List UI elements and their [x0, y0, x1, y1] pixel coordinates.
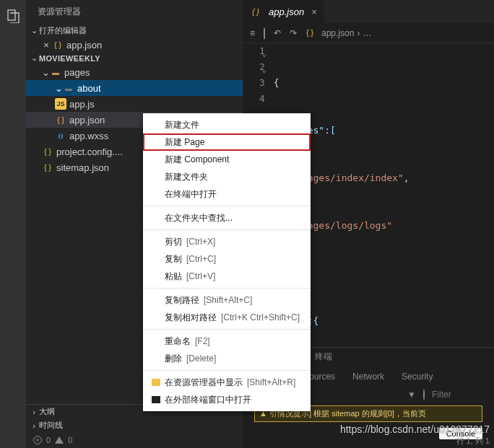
- ctx-copy[interactable]: 复制[Ctrl+C]: [143, 250, 311, 268]
- tab-network[interactable]: Network: [352, 372, 384, 382]
- watermark: https://blog.csdn.net/u012877217: [340, 423, 490, 435]
- ctx-new-component[interactable]: 新建 Component: [143, 151, 311, 168]
- chevron-down-icon: ⌄: [42, 67, 50, 78]
- wxss-icon: ⟬⟭: [55, 130, 66, 141]
- list-icon[interactable]: ≡: [250, 28, 255, 38]
- close-icon[interactable]: ×: [40, 40, 52, 50]
- folder-icon: ▬: [63, 82, 74, 94]
- sidebar-title: 资源管理器: [26, 0, 243, 24]
- close-icon[interactable]: ×: [311, 6, 317, 17]
- separator: [143, 370, 311, 371]
- chevron-right-icon: ›: [29, 421, 39, 430]
- open-editor-item[interactable]: × { } app.json: [26, 38, 243, 52]
- folder-icon: ▬: [50, 66, 61, 78]
- chevron-down-icon: ⌄: [29, 53, 39, 63]
- json-icon: { }: [42, 162, 53, 173]
- eye-icon[interactable]: [423, 390, 425, 400]
- breadcrumb: ≡ ↶ ↷ { } app.json › …: [243, 23, 494, 43]
- project-section[interactable]: ⌄ MOVIEWEEKLY: [26, 52, 243, 64]
- chevron-right-icon: ›: [357, 28, 360, 38]
- separator: [143, 288, 311, 289]
- json-icon: { }: [42, 146, 53, 157]
- filter-input[interactable]: [432, 390, 482, 400]
- activity-bar: [0, 0, 26, 448]
- ctx-paste[interactable]: 粘贴[Ctrl+V]: [143, 268, 311, 285]
- editor-tabs: { } app.json ×: [243, 0, 494, 23]
- more-icon[interactable]: …: [363, 28, 371, 38]
- bookmark-icon[interactable]: [264, 28, 265, 38]
- sidebar-status: × 0 0: [26, 432, 243, 448]
- warning-icon[interactable]: [55, 436, 64, 444]
- chevron-right-icon: ›: [29, 408, 39, 416]
- json-icon: { }: [304, 27, 316, 39]
- undo-icon[interactable]: ↶: [274, 28, 281, 38]
- file-app-js[interactable]: JS app.js: [26, 96, 243, 112]
- ctx-delete[interactable]: 删除[Delete]: [143, 350, 311, 367]
- tab-app-json[interactable]: { } app.json ×: [243, 0, 324, 23]
- folder-pages[interactable]: ⌄ ▬ pages: [26, 64, 243, 80]
- redo-icon[interactable]: ↷: [290, 28, 297, 38]
- ctx-reveal[interactable]: 在资源管理器中显示[Shift+Alt+R]: [143, 374, 311, 391]
- ctx-ext-terminal[interactable]: 在外部终端窗口中打开: [143, 391, 311, 408]
- breadcrumb-item[interactable]: { } app.json › …: [304, 27, 371, 39]
- open-editors-section[interactable]: ⌄ 打开的编辑器: [26, 24, 243, 38]
- chevron-down-icon: ⌄: [29, 26, 39, 35]
- json-icon: { }: [250, 6, 261, 17]
- ctx-cut[interactable]: 剪切[Ctrl+X]: [143, 233, 311, 250]
- timeline-section[interactable]: › 时间线: [26, 418, 243, 432]
- folder-icon: [152, 379, 160, 386]
- json-icon: { }: [55, 114, 66, 126]
- context-menu: 新建文件 新建 Page 新建 Component 新建文件夹 在终端中打开 在…: [143, 113, 311, 411]
- chevron-down-icon: ⌄: [55, 83, 63, 94]
- tab-terminal[interactable]: 终端: [315, 351, 332, 363]
- ctx-rename[interactable]: 重命名[F2]: [143, 333, 311, 350]
- ctx-find-in-folder[interactable]: 在文件夹中查找...: [143, 209, 311, 227]
- ctx-open-terminal[interactable]: 在终端中打开: [143, 185, 311, 203]
- ctx-copy-path[interactable]: 复制路径[Shift+Alt+C]: [143, 291, 311, 309]
- js-icon: JS: [55, 98, 66, 110]
- terminal-icon: [152, 396, 160, 403]
- json-icon: { }: [52, 39, 64, 50]
- explorer-icon[interactable]: [0, 3, 26, 29]
- status-bar-pos: 行 1, 列 1: [456, 436, 490, 447]
- error-icon[interactable]: ×: [33, 436, 42, 444]
- ctx-copy-rel-path[interactable]: 复制相对路径[Ctrl+K Ctrl+Shift+C]: [143, 309, 311, 326]
- separator: [143, 206, 311, 206]
- folder-about[interactable]: ⌄ ▬ about: [26, 80, 243, 96]
- ctx-new-file[interactable]: 新建文件: [143, 116, 311, 133]
- separator: [143, 229, 311, 230]
- separator: [143, 329, 311, 330]
- ctx-new-page[interactable]: 新建 Page: [143, 133, 311, 151]
- ctx-new-folder[interactable]: 新建文件夹: [143, 168, 311, 185]
- dropdown-icon[interactable]: ▼: [407, 390, 416, 400]
- svg-rect-0: [8, 10, 15, 20]
- tab-security[interactable]: Security: [402, 372, 433, 382]
